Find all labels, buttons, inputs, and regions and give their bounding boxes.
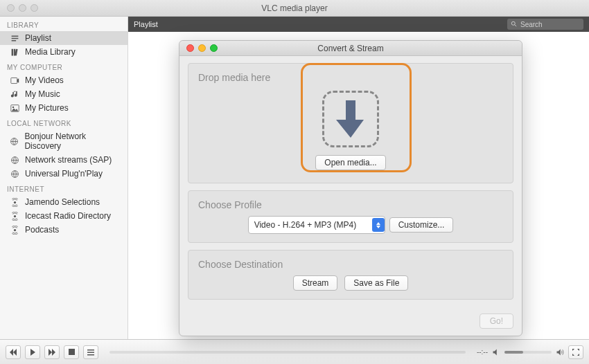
sidebar-item-playlist[interactable]: Playlist — [0, 31, 128, 45]
choose-destination-title: Choose Destination — [198, 259, 503, 270]
section-header-internet: INTERNET — [0, 181, 128, 195]
playlist-header-label: Playlist — [128, 20, 158, 28]
sidebar-item-jamendo[interactable]: Jamendo Selections — [0, 195, 128, 209]
sidebar-item-sap[interactable]: Network streams (SAP) — [0, 153, 128, 167]
playlist-button[interactable] — [83, 345, 98, 359]
choose-destination-panel: Choose Destination Stream Save as File — [188, 250, 513, 300]
sidebar-item-bonjour[interactable]: Bonjour Network Discovery — [0, 129, 128, 153]
svg-point-6 — [13, 201, 15, 203]
sidebar-item-my-pictures[interactable]: My Pictures — [0, 101, 128, 115]
sidebar-item-label: Network streams (SAP) — [25, 155, 112, 165]
svg-line-10 — [515, 25, 517, 27]
app-title: VLC media player — [0, 3, 589, 13]
pictures-icon — [10, 103, 19, 113]
go-button[interactable]: Go! — [480, 313, 513, 329]
video-icon — [10, 75, 19, 85]
search-field[interactable] — [507, 19, 583, 30]
sidebar-item-my-music[interactable]: My Music — [0, 87, 128, 101]
stream-button[interactable]: Stream — [293, 275, 338, 291]
network-icon — [10, 169, 19, 179]
download-arrow-icon — [335, 100, 366, 138]
svg-rect-0 — [10, 78, 17, 83]
modal-titlebar: Convert & Stream — [179, 41, 522, 56]
choose-profile-title: Choose Profile — [198, 199, 503, 210]
sidebar-item-label: Bonjour Network Discovery — [24, 131, 121, 151]
sidebar: LIBRARY Playlist Media Library MY COMPUT… — [0, 17, 128, 339]
sidebar-item-my-videos[interactable]: My Videos — [0, 73, 128, 87]
select-stepper-icon — [372, 218, 385, 232]
section-header-mycomputer: MY COMPUTER — [0, 59, 128, 73]
sidebar-item-label: My Videos — [25, 75, 64, 85]
next-button[interactable] — [44, 345, 60, 359]
podcast-icon — [10, 197, 19, 207]
search-icon — [511, 21, 518, 28]
stop-button[interactable] — [64, 345, 79, 359]
modal-title: Convert & Stream — [179, 44, 522, 53]
svg-point-2 — [12, 106, 13, 107]
bottom-bar: --:-- — [0, 339, 589, 364]
network-icon — [10, 136, 19, 146]
music-icon — [10, 89, 19, 99]
network-icon — [10, 155, 19, 165]
sidebar-item-label: Media Library — [25, 47, 76, 57]
profile-selected-label: Video - H.264 + MP3 (MP4) — [254, 220, 372, 230]
convert-stream-modal: Convert & Stream Drop media here Open me… — [179, 40, 522, 336]
profile-select[interactable]: Video - H.264 + MP3 (MP4) — [248, 216, 385, 234]
seek-slider[interactable] — [109, 351, 466, 354]
sidebar-item-label: My Pictures — [25, 103, 69, 113]
sidebar-item-label: Jamendo Selections — [25, 197, 100, 207]
sidebar-item-label: Playlist — [25, 33, 51, 43]
customize-button[interactable]: Customize... — [389, 217, 454, 233]
sidebar-item-label: Podcasts — [25, 225, 59, 235]
save-as-file-button[interactable]: Save as File — [344, 275, 408, 291]
play-button[interactable] — [25, 345, 40, 359]
list-icon — [10, 33, 19, 43]
sidebar-item-label: Icecast Radio Directory — [25, 211, 111, 221]
drop-media-panel[interactable]: Drop media here Open media... — [188, 63, 513, 183]
svg-point-8 — [13, 228, 15, 230]
section-header-localnetwork: LOCAL NETWORK — [0, 115, 128, 129]
section-header-library: LIBRARY — [0, 17, 128, 31]
sidebar-item-label: Universal Plug'n'Play — [25, 169, 103, 179]
prev-button[interactable] — [6, 345, 21, 359]
drop-media-title: Drop media here — [198, 72, 503, 83]
mute-icon[interactable] — [492, 348, 500, 356]
playlist-header-bar: Playlist — [128, 17, 589, 32]
volume-slider[interactable] — [504, 351, 552, 354]
svg-rect-11 — [69, 349, 75, 355]
main-titlebar: VLC media player — [0, 0, 589, 17]
sidebar-item-media-library[interactable]: Media Library — [0, 45, 128, 59]
search-input[interactable] — [520, 21, 576, 28]
svg-point-7 — [13, 215, 15, 217]
sidebar-item-label: My Music — [25, 89, 60, 99]
open-media-button[interactable]: Open media... — [315, 155, 385, 170]
fullscreen-button[interactable] — [568, 345, 583, 359]
podcast-icon — [10, 225, 19, 235]
library-icon — [10, 47, 19, 57]
svg-point-9 — [511, 21, 515, 25]
podcast-icon — [10, 211, 19, 221]
sidebar-item-icecast[interactable]: Icecast Radio Directory — [0, 209, 128, 223]
sidebar-item-upnp[interactable]: Universal Plug'n'Play — [0, 167, 128, 181]
sidebar-item-podcasts[interactable]: Podcasts — [0, 223, 128, 237]
drop-zone-icon — [319, 89, 383, 149]
time-display: --:-- — [477, 348, 488, 356]
volume-icon[interactable] — [556, 348, 564, 356]
choose-profile-panel: Choose Profile Video - H.264 + MP3 (MP4)… — [188, 190, 513, 243]
